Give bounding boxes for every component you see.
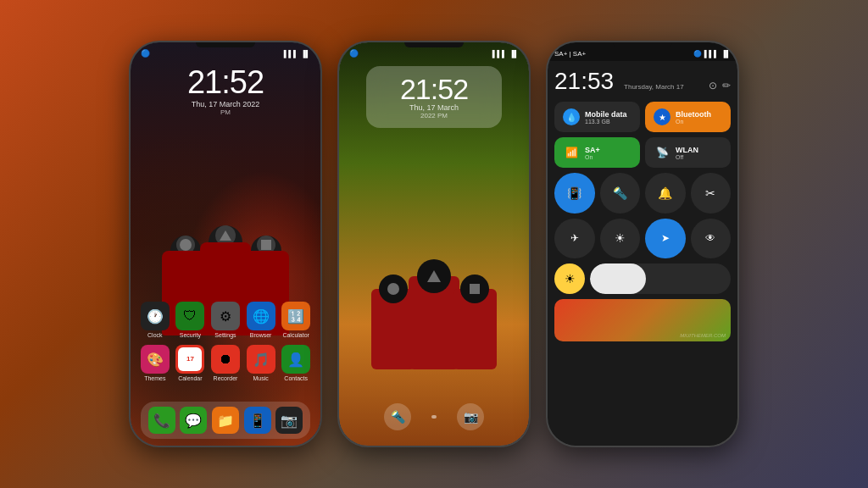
calendar-label: Calendar — [174, 375, 206, 381]
status-bar-2: 🔵 ▌▌▌ ▐▌ — [339, 42, 529, 61]
phone-2: 🔵 ▌▌▌ ▐▌ 21:52 Thu, 17 March 2022 PM — [337, 41, 531, 447]
cc-brightness-fill — [590, 263, 646, 294]
battery-icon: ▐▌ — [301, 50, 310, 58]
cc-scissors-button[interactable]: ✂ — [691, 173, 732, 214]
recorder-icon: ⏺ — [211, 345, 240, 374]
volume-button[interactable] — [320, 161, 322, 186]
app-clock[interactable]: 🕐 Clock — [139, 302, 171, 338]
mask-circle-icon — [180, 239, 192, 251]
power-button[interactable] — [320, 110, 322, 152]
cc-bluetooth-tile[interactable]: ★ Bluetooth On — [645, 102, 731, 132]
flashlight-button[interactable]: 🔦 — [384, 403, 411, 430]
cc-mobile-data-tile[interactable]: 💧 Mobile data 113.3 GB — [554, 102, 640, 132]
cc-bt-sub: On — [676, 119, 722, 125]
cc-time-row: 21:53 Thursday, March 17 ⊙ ✏ — [554, 68, 731, 95]
cc-airplane-button[interactable]: ✈ — [554, 219, 595, 259]
camera-button[interactable]: 📷 — [457, 403, 484, 430]
cc-sa-sub: On — [585, 154, 632, 160]
cc-sun-button[interactable]: ☀ — [554, 263, 585, 294]
cc-bell-button[interactable]: 🔔 — [645, 173, 686, 214]
lock-char-2 — [409, 276, 459, 369]
lock-date: Thu, 17 March — [378, 103, 490, 112]
contacts-label: Contacts — [280, 375, 312, 381]
cc-status-icons: 🔵 ▌▌▌ ▐▌ — [693, 50, 731, 58]
status-left-2: 🔵 — [349, 49, 359, 58]
app-security[interactable]: 🛡 Security — [174, 302, 206, 338]
status-icons-1: ▌▌▌ ▐▌ — [284, 50, 310, 58]
power-button-3[interactable] — [737, 110, 739, 152]
cc-mobile-data-icon: 💧 — [563, 108, 580, 125]
volume-button-3[interactable] — [546, 127, 548, 161]
phone-2-background: 🔵 ▌▌▌ ▐▌ 21:52 Thu, 17 March 2022 PM — [339, 42, 529, 446]
lock-char-1-head — [379, 274, 408, 303]
cc-content: 21:53 Thursday, March 17 ⊙ ✏ 💧 — [548, 61, 737, 446]
cc-wlan-tile[interactable]: 📡 WLAN Off — [645, 137, 731, 168]
cc-brightness-row: ☀ — [554, 263, 731, 294]
cc-medium-buttons: ✈ ☀ ➤ 👁 — [554, 219, 731, 259]
cc-mobile-data-title: Mobile data — [585, 110, 632, 119]
volume-button-2[interactable] — [337, 127, 339, 161]
cc-small-buttons: 📳 🔦 🔔 ✂ — [554, 173, 731, 214]
cc-flashlight-button[interactable]: 🔦 — [600, 173, 641, 214]
cc-edit-icon[interactable]: ✏ — [722, 80, 731, 92]
dock-phone2-icon[interactable]: 📱 — [244, 407, 271, 434]
recorder-label: Recorder — [209, 375, 242, 381]
themes-icon: 🎨 — [141, 345, 170, 374]
app-grid: 🕐 Clock 🛡 Security ⚙ Settings 🌐 Browser — [137, 302, 314, 388]
home-date: Thu, 17 March 2022 — [187, 100, 264, 108]
cc-bluetooth-icon: 🔵 — [693, 50, 702, 58]
home-clock: 21:52 — [187, 66, 264, 98]
cc-sun-icon: ☀ — [565, 272, 576, 286]
browser-label: Browser — [245, 332, 277, 338]
clock-label: Clock — [139, 332, 171, 338]
app-recorder[interactable]: ⏺ Recorder — [209, 345, 242, 381]
cc-mobile-data-text: Mobile data 113.3 GB — [585, 110, 632, 125]
power-button-2[interactable] — [529, 110, 531, 152]
cc-wlan-sub: Off — [676, 154, 722, 160]
app-calendar[interactable]: 17 Calendar — [174, 345, 206, 381]
settings-icon: ⚙ — [211, 302, 240, 330]
lock-characters — [339, 234, 529, 369]
cc-location-button[interactable]: ➤ — [645, 219, 686, 259]
cc-brightness-button[interactable]: ☀ — [600, 219, 641, 259]
battery-icon-2: ▐▌ — [509, 50, 519, 58]
app-music[interactable]: 🎵 Music — [245, 345, 277, 381]
dock-phone-icon[interactable]: 📞 — [148, 407, 175, 434]
dock-camera-icon[interactable]: 📷 — [275, 407, 303, 434]
signal-icon: ▌▌▌ — [284, 50, 298, 58]
phone-2-screen: 🔵 ▌▌▌ ▐▌ 21:52 Thu, 17 March 2022 PM — [339, 42, 529, 446]
cc-brightness-slider[interactable] — [590, 263, 731, 294]
lock-clock: 21:52 — [378, 75, 490, 103]
dock-messages-icon[interactable]: 💬 — [180, 407, 207, 434]
cc-media-preview: MIUITHEMER.COM — [554, 299, 731, 341]
cc-alarm-icon[interactable]: ⊙ — [709, 80, 717, 92]
volume-up-button[interactable] — [129, 127, 131, 161]
lock-char-1-mask — [387, 283, 399, 295]
lock-char-3 — [453, 289, 497, 369]
lock-char-2-head — [417, 259, 451, 293]
dock-files-icon[interactable]: 📁 — [212, 407, 239, 434]
app-calculator[interactable]: 🔢 Calculator — [280, 302, 312, 338]
app-settings[interactable]: ⚙ Settings — [209, 302, 242, 338]
calculator-icon: 🔢 — [281, 302, 310, 330]
cc-clock: 21:53 — [554, 68, 614, 95]
cc-sa-icon: 📶 — [563, 144, 580, 161]
cc-date: Thursday, March 17 — [624, 83, 684, 91]
cc-eye-button[interactable]: 👁 — [691, 219, 732, 259]
phone-3: SA+ | SA+ 🔵 ▌▌▌ ▐▌ 21:53 Thursday, March… — [546, 41, 739, 447]
signal-icon-2: ▌▌▌ — [492, 50, 507, 58]
app-themes[interactable]: 🎨 Themes — [139, 345, 171, 381]
lock-time-widget: 21:52 Thu, 17 March 2022 PM — [366, 66, 502, 128]
cc-mobile-data-sub: 113.3 GB — [585, 119, 632, 125]
cc-vibrate-button[interactable]: 📳 — [554, 173, 595, 214]
home-indicator — [431, 415, 437, 419]
calendar-icon: 17 — [175, 345, 204, 374]
cc-sa-tile[interactable]: 📶 SA+ On — [554, 137, 640, 168]
calculator-label: Calculator — [280, 332, 312, 338]
cc-date-action-icons: ⊙ ✏ — [709, 80, 731, 92]
settings-label: Settings — [209, 332, 242, 338]
app-contacts[interactable]: 👤 Contacts — [280, 345, 312, 381]
lock-bottom-controls: 🔦 📷 — [384, 403, 484, 430]
cc-signal-icon: ▌▌▌ — [704, 50, 719, 58]
app-browser[interactable]: 🌐 Browser — [245, 302, 277, 338]
